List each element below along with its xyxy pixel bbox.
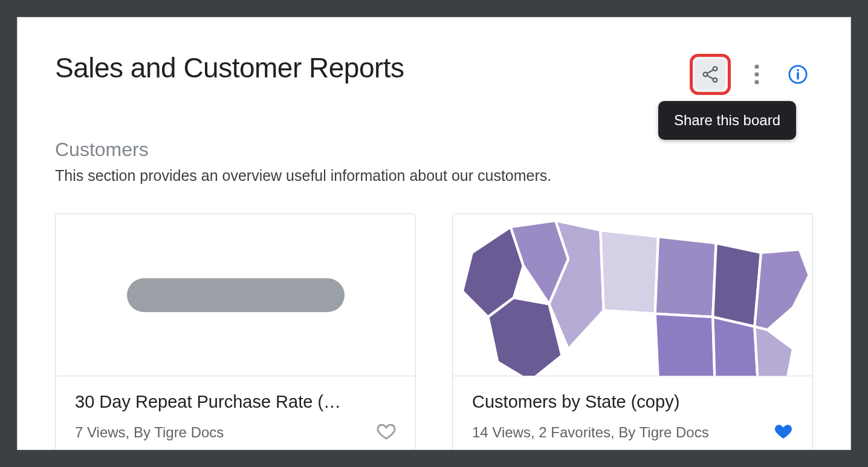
cards-row: 30 Day Repeat Purchase Rate (… 7 Views, …	[55, 214, 813, 450]
card-title: 30 Day Repeat Purchase Rate (…	[75, 392, 396, 412]
share-button-highlight	[690, 54, 731, 95]
page-title: Sales and Customer Reports	[55, 51, 404, 84]
header-row: Sales and Customer Reports	[55, 51, 813, 95]
report-card[interactable]: Customers by State (copy) 14 Views, 2 Fa…	[452, 214, 813, 450]
favorite-button[interactable]	[377, 422, 396, 443]
section-title: Customers	[55, 139, 813, 161]
svg-point-6	[754, 72, 759, 76]
heart-outline-icon	[377, 422, 396, 441]
more-vert-icon	[754, 64, 760, 85]
card-meta-row: 14 Views, 2 Favorites, By Tigre Docs	[472, 422, 793, 443]
more-options-button[interactable]	[742, 59, 772, 90]
svg-point-7	[754, 80, 759, 84]
heart-filled-icon	[774, 422, 793, 441]
share-button[interactable]	[695, 59, 725, 90]
share-tooltip: Share this board	[658, 101, 796, 140]
svg-point-2	[713, 78, 717, 82]
card-preview-map	[453, 214, 812, 376]
us-map-thumbnail	[453, 214, 812, 376]
card-meta: 7 Views, By Tigre Docs	[75, 424, 224, 441]
svg-line-4	[707, 76, 713, 79]
card-body: 30 Day Repeat Purchase Rate (… 7 Views, …	[56, 376, 415, 449]
header-actions: Share this board	[690, 54, 813, 95]
info-button[interactable]	[783, 59, 813, 90]
section-description: This section provides an overview useful…	[55, 167, 813, 185]
svg-point-0	[713, 67, 717, 71]
card-meta: 14 Views, 2 Favorites, By Tigre Docs	[472, 424, 709, 441]
info-icon	[788, 64, 808, 85]
report-card[interactable]: 30 Day Repeat Purchase Rate (… 7 Views, …	[55, 214, 416, 450]
svg-point-1	[704, 73, 708, 77]
card-body: Customers by State (copy) 14 Views, 2 Fa…	[453, 376, 812, 449]
share-icon	[701, 65, 720, 84]
svg-point-5	[754, 65, 759, 69]
favorite-button[interactable]	[774, 422, 793, 443]
loading-pill	[127, 278, 345, 312]
board-page: Sales and Customer Reports	[17, 17, 851, 450]
svg-line-3	[707, 70, 713, 73]
card-meta-row: 7 Views, By Tigre Docs	[75, 422, 396, 443]
card-title: Customers by State (copy)	[472, 392, 793, 412]
card-preview-placeholder	[56, 214, 415, 376]
svg-point-10	[797, 69, 799, 71]
